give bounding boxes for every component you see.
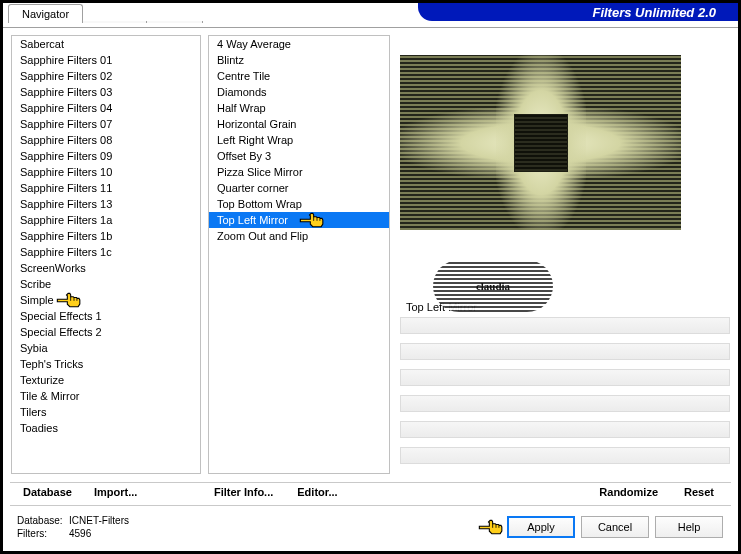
param-slot (400, 369, 730, 386)
list-item[interactable]: Sapphire Filters 02 (12, 68, 200, 84)
list-item[interactable]: Sabercat (12, 36, 200, 52)
filter-list[interactable]: 4 Way AverageBlintzCentre TileDiamondsHa… (208, 35, 390, 474)
list-item[interactable]: Offset By 3 (209, 148, 389, 164)
tab-navigator[interactable]: Navigator (8, 4, 83, 23)
list-item[interactable]: Simple (12, 292, 200, 308)
list-item[interactable]: Sapphire Filters 11 (12, 180, 200, 196)
list-item[interactable]: Sapphire Filters 1c (12, 244, 200, 260)
pointer-hand-icon (477, 517, 505, 537)
list-item[interactable]: Pizza Slice Mirror (209, 164, 389, 180)
list-item[interactable]: Left Right Wrap (209, 132, 389, 148)
import-button[interactable]: Import... (92, 483, 139, 501)
list-item[interactable]: Special Effects 2 (12, 324, 200, 340)
param-slot (400, 447, 730, 464)
randomize-button[interactable]: Randomize (597, 483, 660, 501)
reset-button[interactable]: Reset (682, 483, 716, 501)
param-slot (400, 395, 730, 412)
list-item[interactable]: Sapphire Filters 01 (12, 52, 200, 68)
list-item[interactable]: Sapphire Filters 13 (12, 196, 200, 212)
apply-button[interactable]: Apply (507, 516, 575, 538)
list-item[interactable]: Tile & Mirror (12, 388, 200, 404)
list-item[interactable]: Quarter corner (209, 180, 389, 196)
database-button[interactable]: Database (21, 483, 74, 501)
cancel-button[interactable]: Cancel (581, 516, 649, 538)
list-item[interactable]: Special Effects 1 (12, 308, 200, 324)
list-item[interactable]: Teph's Tricks (12, 356, 200, 372)
list-item[interactable]: Sapphire Filters 03 (12, 84, 200, 100)
list-item[interactable]: Top Bottom Wrap (209, 196, 389, 212)
list-item[interactable]: Tilers (12, 404, 200, 420)
list-item[interactable]: Sybia (12, 340, 200, 356)
watermark-badge: claudia (433, 260, 553, 312)
list-item[interactable]: Sapphire Filters 10 (12, 164, 200, 180)
titlebar: Filters Unlimited 2.0 (3, 3, 738, 21)
list-item[interactable]: Texturize (12, 372, 200, 388)
list-item[interactable]: Blintz (209, 52, 389, 68)
param-slot (400, 421, 730, 438)
list-item[interactable]: Sapphire Filters 09 (12, 148, 200, 164)
list-item[interactable]: Half Wrap (209, 100, 389, 116)
list-item[interactable]: Sapphire Filters 07 (12, 116, 200, 132)
param-slot (400, 317, 730, 334)
list-item[interactable]: Sapphire Filters 1a (12, 212, 200, 228)
list-item[interactable]: ScreenWorks (12, 260, 200, 276)
list-item[interactable]: Sapphire Filters 04 (12, 100, 200, 116)
list-item[interactable]: Sapphire Filters 1b (12, 228, 200, 244)
list-item[interactable]: Scribe (12, 276, 200, 292)
status-info: Database:ICNET-Filters Filters:4596 (17, 514, 129, 540)
help-button[interactable]: Help (655, 516, 723, 538)
list-item[interactable]: Sapphire Filters 08 (12, 132, 200, 148)
preview-image (400, 55, 681, 230)
list-item[interactable]: Diamonds (209, 84, 389, 100)
list-item[interactable]: Horizontal Grain (209, 116, 389, 132)
list-item[interactable]: Toadies (12, 420, 200, 436)
editor-button[interactable]: Editor... (295, 483, 339, 501)
app-title: Filters Unlimited 2.0 (592, 5, 716, 20)
list-item[interactable]: Top Left Mirror (209, 212, 389, 228)
param-slot (400, 343, 730, 360)
list-item[interactable]: Zoom Out and Flip (209, 228, 389, 244)
filter-info-button[interactable]: Filter Info... (212, 483, 275, 501)
list-item[interactable]: 4 Way Average (209, 36, 389, 52)
category-list[interactable]: SabercatSapphire Filters 01Sapphire Filt… (11, 35, 201, 474)
list-item[interactable]: Centre Tile (209, 68, 389, 84)
